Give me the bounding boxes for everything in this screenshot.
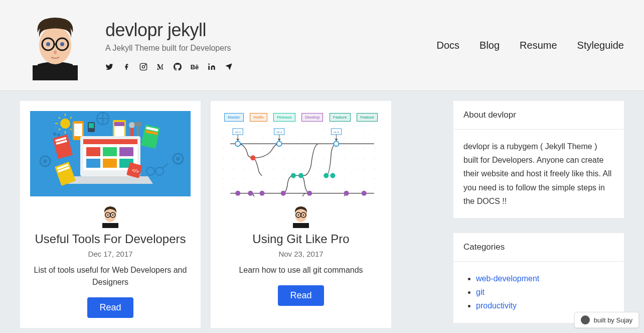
gitflow-tag: Master [224,113,243,122]
svg-point-7 [54,50,57,54]
widget-heading: About devlopr [453,101,624,130]
svg-point-92 [344,191,349,196]
svg-rect-43 [119,147,133,156]
behance-icon[interactable]: Bē [191,63,199,71]
nav-blog[interactable]: Blog [479,40,500,51]
post-card: MasterHotfixReleaseDevelopFeatureFeature… [211,101,391,328]
svg-point-80 [277,141,282,146]
main-nav: Docs Blog Resume Styleguide [437,40,624,51]
post-description: Learn how to use all git commands [239,264,363,276]
main-container: </> Useful Tools For Developers Dec 17, … [0,91,644,333]
svg-point-83 [291,173,296,178]
svg-rect-40 [83,139,137,144]
svg-text:v1.0: v1.0 [334,131,340,134]
list-item: git [476,285,614,299]
gitflow-tag: Develop [301,113,323,122]
svg-point-79 [235,141,240,146]
post-card: </> Useful Tools For Developers Dec 17, … [20,101,201,328]
svg-point-82 [250,155,255,160]
widget-heading: Categories [453,233,624,262]
svg-point-5 [46,42,50,46]
svg-point-86 [330,173,335,178]
site-avatar [20,10,90,80]
read-button[interactable]: Read [278,285,324,306]
post-image: MasterHotfixReleaseDevelopFeatureFeature… [221,111,381,196]
svg-marker-48 [68,176,153,184]
post-date: Dec 17, 2017 [88,250,132,258]
svg-point-9 [142,65,144,68]
categories-list: web-developmentgitproductivity [463,272,614,313]
svg-point-84 [298,173,303,178]
svg-point-87 [235,191,240,196]
svg-point-64 [112,214,114,216]
nav-docs[interactable]: Docs [437,40,460,51]
category-link[interactable]: productivity [476,301,517,310]
post-title: Useful Tools For Developers [35,232,186,247]
nav-resume[interactable]: Resume [520,40,557,51]
gitflow-tag: Feature [357,113,378,122]
svg-text:v0.1: v0.1 [235,131,241,134]
svg-rect-41 [86,147,100,156]
medium-icon[interactable] [156,63,165,71]
github-icon[interactable] [174,63,182,71]
about-text: devlopr is a rubygem ( Jekyll Theme ) bu… [453,130,624,218]
svg-point-105 [298,214,299,216]
site-title: devlopr jekyll [105,20,437,41]
site-header: devlopr jekyll A Jekyll Theme built for … [0,0,644,91]
svg-rect-58 [102,223,118,228]
twitter-icon[interactable] [105,63,113,71]
svg-rect-45 [103,159,117,168]
svg-point-81 [334,141,339,146]
svg-rect-34 [134,122,141,126]
svg-point-10 [145,64,145,65]
linkedin-icon[interactable] [208,63,216,71]
svg-point-63 [107,214,109,216]
gitflow-tag: Feature [330,113,351,122]
credit-text: built by Sujay [594,316,632,324]
svg-rect-44 [86,159,100,168]
svg-point-16 [176,157,180,161]
svg-point-91 [307,191,312,196]
svg-text:v0.2: v0.2 [276,131,282,134]
instagram-icon[interactable] [139,63,147,71]
read-button[interactable]: Read [87,297,133,318]
categories-widget: Categories web-developmentgitproductivit… [453,233,624,323]
post-title: Using Git Like Pro [252,232,349,247]
site-subtitle: A Jekyll Theme built for Developers [105,44,437,53]
nav-styleguide[interactable]: Styleguide [577,40,624,51]
posts-grid: </> Useful Tools For Developers Dec 17, … [20,101,443,328]
svg-point-17 [60,119,70,129]
sidebar: About devlopr devlopr is a rubygem ( Jek… [453,101,624,328]
svg-point-90 [281,191,286,196]
svg-point-93 [362,191,367,196]
category-link[interactable]: web-development [476,274,539,283]
author-avatar [289,204,313,228]
site-info: devlopr jekyll A Jekyll Theme built for … [105,20,437,71]
svg-rect-27 [89,123,94,128]
svg-point-88 [248,191,253,196]
svg-point-11 [208,63,210,65]
telegram-icon[interactable] [225,63,233,71]
facebook-icon[interactable] [122,63,130,71]
svg-rect-30 [114,122,124,126]
svg-point-6 [60,42,64,46]
author-avatar [98,204,122,228]
post-description: List of tools useful for Web Developers … [30,264,191,288]
svg-rect-101 [293,223,309,228]
list-item: productivity [476,299,614,312]
svg-point-14 [43,159,47,163]
svg-rect-19 [74,124,82,136]
post-date: Nov 23, 2017 [278,250,323,258]
list-item: web-development [476,272,614,285]
credit-avatar-icon [581,315,590,324]
gitflow-tag: Release [273,113,295,122]
gitflow-tag: Hotfix [250,113,267,122]
svg-point-106 [303,214,304,216]
social-icons: Bē [105,63,437,71]
category-link[interactable]: git [476,288,485,296]
about-widget: About devlopr devlopr is a rubygem ( Jek… [453,101,624,218]
svg-point-89 [259,191,264,196]
svg-point-85 [324,173,329,178]
svg-point-32 [129,122,135,128]
credit-badge[interactable]: built by Sujay [574,312,639,328]
